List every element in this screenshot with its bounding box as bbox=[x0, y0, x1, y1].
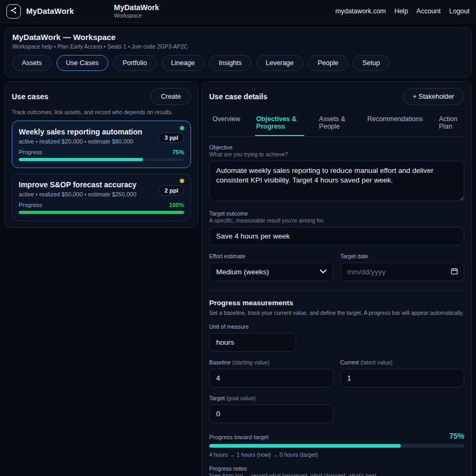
tab-objectives-progress[interactable]: Objectives & Progress bbox=[255, 112, 304, 136]
baseline-label: Baseline (starting value) bbox=[209, 359, 334, 366]
create-button[interactable]: Create bbox=[150, 88, 191, 105]
calendar-icon[interactable] bbox=[451, 267, 458, 276]
tab-use-cases[interactable]: Use Cases bbox=[57, 55, 108, 71]
current-label: Current (latest value) bbox=[340, 359, 465, 366]
progress-toward-target-percent: 75% bbox=[449, 432, 464, 440]
progress-toward-target-label: Progress toward target bbox=[209, 434, 268, 440]
workspace-tabs: Assets Use Cases Portfolio Lineage Insig… bbox=[12, 55, 464, 71]
workspace-banner: MyDataWork — Workspace Workspace help • … bbox=[4, 27, 472, 78]
progress-bar-fill bbox=[19, 211, 184, 214]
target-outcome-input[interactable] bbox=[209, 227, 464, 245]
nav-link-account[interactable]: Account bbox=[417, 7, 441, 15]
add-stakeholder-button[interactable]: + Stakeholder bbox=[403, 88, 464, 105]
status-dot-icon bbox=[180, 179, 184, 183]
tab-leverage[interactable]: Leverage bbox=[256, 55, 303, 71]
objective-hint: What are you trying to achieve? bbox=[209, 151, 464, 157]
top-nav: mydatawork.com Help Account Logout bbox=[335, 7, 470, 15]
current-input[interactable] bbox=[340, 369, 465, 387]
banner-title: MyDataWork — Workspace bbox=[12, 33, 464, 42]
progress-label: Progress bbox=[19, 202, 42, 208]
objective-textarea[interactable]: Automate weekly sales reporting to reduc… bbox=[209, 161, 464, 201]
main-content: Use cases Create Track outcomes, link as… bbox=[0, 78, 476, 476]
unit-of-measure-label: Unit of measure bbox=[209, 323, 464, 330]
workspace-title: MyDataWork bbox=[114, 3, 160, 13]
brand-name: MyDataWork bbox=[26, 7, 74, 15]
use-case-title: Improve S&OP forecast accuracy bbox=[19, 180, 137, 189]
tab-portfolio[interactable]: Portfolio bbox=[113, 55, 157, 71]
nav-link-logout[interactable]: Logout bbox=[449, 7, 470, 15]
details-title: Use case details bbox=[209, 92, 267, 101]
progress-percent: 100% bbox=[169, 202, 184, 208]
use-case-card[interactable]: Improve S&OP forecast accuracy active • … bbox=[12, 173, 191, 221]
progress-toward-target-bar bbox=[209, 444, 464, 448]
progress-notes-label: Progress notes bbox=[209, 465, 464, 472]
section-divider bbox=[209, 290, 464, 291]
use-cases-title: Use cases bbox=[12, 92, 49, 101]
share-icon bbox=[10, 6, 18, 16]
progress-measurements-title: Progress measurements bbox=[209, 299, 464, 307]
app-logo bbox=[6, 4, 21, 19]
workspace-title-block: MyDataWork Workspace bbox=[114, 3, 160, 20]
tab-assets[interactable]: Assets bbox=[12, 55, 52, 71]
objective-label: Objective bbox=[209, 144, 464, 150]
nav-link-help[interactable]: Help bbox=[394, 7, 408, 15]
use-case-meta: active • realized $20,000 • estimate $80… bbox=[19, 138, 142, 145]
use-case-card[interactable]: Weekly sales reporting automation active… bbox=[12, 121, 191, 168]
people-count-badge: 2 ppl bbox=[158, 185, 184, 196]
target-date-input[interactable] bbox=[340, 263, 465, 281]
target-outcome-label: Target outcome bbox=[209, 210, 464, 217]
top-header: MyDataWork MyDataWork Workspace mydatawo… bbox=[0, 0, 476, 23]
details-tabs: Overview Objectives & Progress Assets & … bbox=[209, 112, 464, 137]
status-dot-icon bbox=[180, 126, 184, 130]
progress-bar bbox=[19, 158, 184, 161]
tab-people[interactable]: People bbox=[308, 55, 348, 71]
use-cases-panel: Use cases Create Track outcomes, link as… bbox=[4, 81, 199, 228]
tab-overview[interactable]: Overview bbox=[211, 112, 241, 136]
progress-bar bbox=[19, 211, 184, 214]
effort-estimate-label: Effort estimate bbox=[209, 253, 334, 259]
effort-estimate-select[interactable]: Medium (weeks) bbox=[209, 263, 334, 281]
use-case-title: Weekly sales reporting automation bbox=[19, 128, 142, 136]
use-case-meta: active • realized $50,000 • estimate $25… bbox=[19, 191, 137, 197]
target-label: Target (goal value) bbox=[209, 395, 334, 401]
target-outcome-hint: A specific, measurable result you're aim… bbox=[209, 217, 464, 224]
progress-toward-target-fill bbox=[209, 444, 401, 448]
progress-percent: 75% bbox=[172, 149, 184, 155]
tab-insights[interactable]: Insights bbox=[209, 55, 251, 71]
progress-summary: 4 hours → 1 hours (now) → 0 hours (targe… bbox=[209, 451, 464, 458]
baseline-input[interactable] bbox=[209, 369, 334, 387]
tab-action-plan[interactable]: Action Plan bbox=[438, 112, 462, 136]
progress-label: Progress bbox=[19, 149, 42, 155]
use-case-details-panel: Use case details + Stakeholder Overview … bbox=[202, 81, 472, 476]
progress-notes-hint: Free-form log — record what happened, wh… bbox=[209, 472, 464, 476]
target-date-label: Target date bbox=[340, 253, 465, 259]
tab-lineage[interactable]: Lineage bbox=[162, 55, 205, 71]
use-cases-description: Track outcomes, link assets, and record … bbox=[12, 109, 191, 115]
progress-bar-fill bbox=[19, 158, 143, 161]
unit-of-measure-input[interactable] bbox=[209, 333, 296, 352]
tab-setup[interactable]: Setup bbox=[353, 55, 390, 71]
people-count-badge: 3 ppl bbox=[158, 132, 184, 143]
nav-link-site[interactable]: mydatawork.com bbox=[335, 7, 385, 15]
target-input[interactable] bbox=[209, 404, 334, 423]
tab-assets-people[interactable]: Assets & People bbox=[318, 112, 352, 136]
tab-recommendations[interactable]: Recommendations bbox=[366, 112, 424, 136]
progress-measurements-hint: Set a baseline, track your current value… bbox=[209, 310, 464, 316]
banner-meta: Workspace help • Plan Early Access • Sea… bbox=[12, 43, 464, 50]
workspace-subtitle: Workspace bbox=[114, 12, 160, 19]
